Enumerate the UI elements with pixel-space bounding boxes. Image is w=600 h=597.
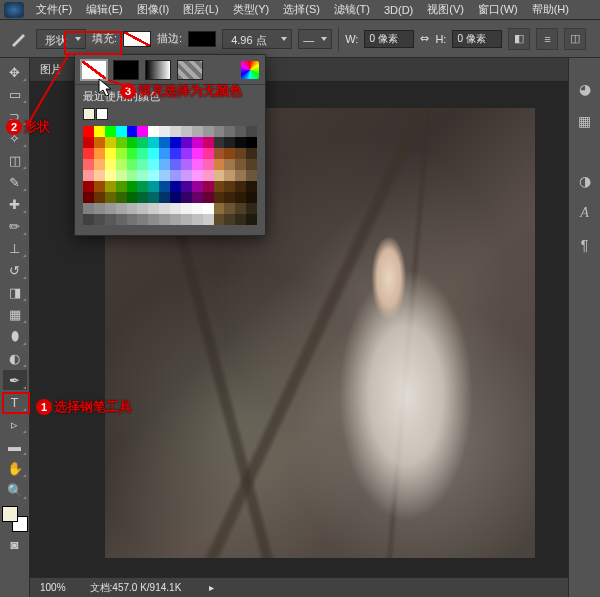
brush-tool[interactable]: ✏ [3,216,27,236]
color-swatch[interactable] [116,170,127,181]
color-swatch[interactable] [246,170,257,181]
color-swatch[interactable] [192,203,203,214]
color-swatch[interactable] [105,126,116,137]
eraser-tool[interactable]: ◨ [3,282,27,302]
path-arrange-icon[interactable]: ◫ [564,28,586,50]
color-swatch[interactable] [203,203,214,214]
menu-type[interactable]: 类型(Y) [227,0,276,19]
color-swatch[interactable] [127,181,138,192]
color-swatch[interactable] [246,126,257,137]
color-swatch[interactable] [116,203,127,214]
color-swatch[interactable] [246,214,257,225]
color-swatch[interactable] [170,137,181,148]
color-swatch[interactable] [224,214,235,225]
menu-layer[interactable]: 图层(L) [177,0,224,19]
color-swatch[interactable] [224,181,235,192]
color-swatch[interactable] [235,126,246,137]
color-swatch[interactable] [116,214,127,225]
color-swatch[interactable] [203,137,214,148]
tool-mode-dropdown[interactable]: 形状 [36,29,86,49]
healing-tool[interactable]: ✚ [3,194,27,214]
path-combine-icon[interactable]: ◧ [508,28,530,50]
color-swatch[interactable] [94,181,105,192]
color-swatch[interactable] [192,148,203,159]
hand-tool[interactable]: ✋ [3,458,27,478]
color-swatch[interactable] [105,181,116,192]
color-swatch[interactable] [246,192,257,203]
color-swatch[interactable] [148,126,159,137]
color-swatch[interactable] [148,214,159,225]
color-swatch[interactable] [235,192,246,203]
color-swatch[interactable] [214,137,225,148]
color-swatch[interactable] [148,137,159,148]
color-swatch[interactable] [181,170,192,181]
color-swatch[interactable] [105,159,116,170]
color-picker-icon[interactable] [241,61,259,79]
color-swatch[interactable] [235,159,246,170]
color-swatch[interactable] [137,203,148,214]
menu-3d[interactable]: 3D(D) [378,2,419,18]
color-swatch[interactable] [94,192,105,203]
color-swatch[interactable] [127,137,138,148]
color-swatch[interactable] [181,126,192,137]
color-swatch[interactable] [181,192,192,203]
history-brush-tool[interactable]: ↺ [3,260,27,280]
menu-filter[interactable]: 滤镜(T) [328,0,376,19]
stroke-style-dropdown[interactable]: — [298,29,332,49]
color-swatch[interactable] [192,181,203,192]
pen-tool[interactable]: ✒ [3,370,27,390]
menu-image[interactable]: 图像(I) [131,0,175,19]
color-swatch[interactable] [127,126,138,137]
color-swatch[interactable] [94,137,105,148]
color-swatch[interactable] [127,170,138,181]
stroke-swatch[interactable] [188,31,216,47]
color-swatch[interactable] [203,159,214,170]
color-swatch[interactable] [105,203,116,214]
color-swatch[interactable] [148,170,159,181]
color-swatch[interactable] [148,181,159,192]
color-swatch[interactable] [224,192,235,203]
move-tool[interactable]: ✥ [3,62,27,82]
color-swatch[interactable] [127,192,138,203]
pen-tool-icon[interactable] [6,27,30,51]
color-panel-icon[interactable]: ◕ [574,78,596,100]
color-swatch[interactable] [127,203,138,214]
color-swatch[interactable] [170,126,181,137]
color-swatch[interactable] [127,214,138,225]
menu-window[interactable]: 窗口(W) [472,0,524,19]
color-swatch[interactable] [83,192,94,203]
crop-tool[interactable]: ◫ [3,150,27,170]
color-swatch[interactable] [127,148,138,159]
color-swatch[interactable] [105,170,116,181]
color-swatch[interactable] [170,159,181,170]
color-swatch[interactable] [235,137,246,148]
color-swatch[interactable] [159,148,170,159]
path-select-tool[interactable]: ▹ [3,414,27,434]
link-wh-icon[interactable]: ⇔ [420,32,429,45]
color-swatch[interactable] [83,126,94,137]
swatches-panel-icon[interactable]: ▦ [574,110,596,132]
color-swatch[interactable] [116,181,127,192]
color-swatch[interactable] [170,214,181,225]
color-swatch[interactable] [181,214,192,225]
color-swatch[interactable] [116,148,127,159]
color-swatch[interactable] [159,137,170,148]
color-swatch[interactable] [224,148,235,159]
color-swatch[interactable] [159,203,170,214]
color-swatch[interactable] [83,214,94,225]
color-swatch[interactable] [214,170,225,181]
color-swatch[interactable] [246,203,257,214]
color-swatch[interactable] [192,214,203,225]
color-swatch[interactable] [159,192,170,203]
status-menu-icon[interactable]: ▸ [209,582,214,593]
color-swatch[interactable] [137,159,148,170]
stroke-width-dropdown[interactable]: 4.96 点 [222,29,292,49]
color-swatch[interactable] [83,203,94,214]
color-swatch[interactable] [246,137,257,148]
pattern-button[interactable] [177,60,203,80]
color-swatch[interactable] [159,214,170,225]
color-swatch[interactable] [116,137,127,148]
color-swatch[interactable] [214,148,225,159]
color-swatch[interactable] [137,214,148,225]
color-swatch[interactable] [203,214,214,225]
